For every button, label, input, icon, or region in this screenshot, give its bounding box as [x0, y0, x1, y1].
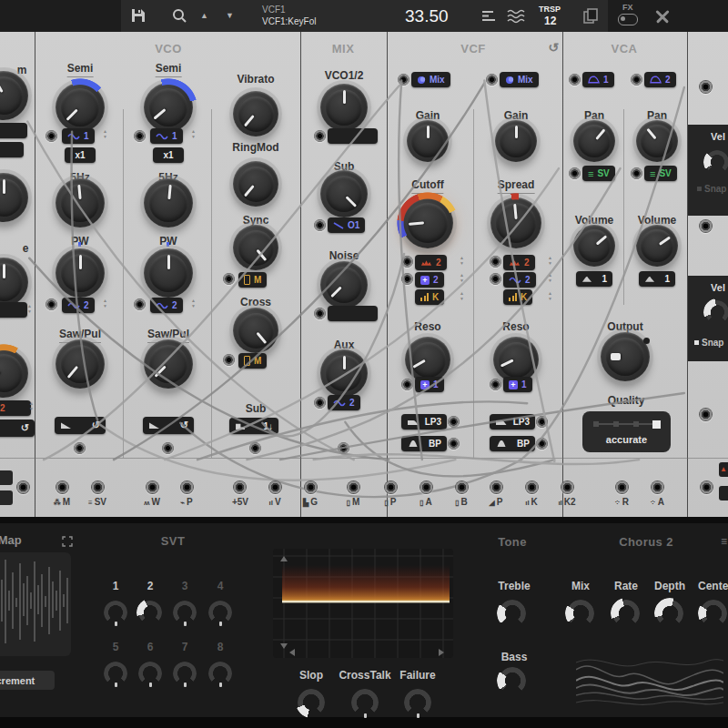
socket-label-W: ʍW [144, 497, 160, 507]
waves-icon[interactable] [506, 8, 528, 24]
fx-toggle[interactable] [618, 14, 638, 25]
chorus-mix-knob[interactable] [567, 600, 594, 627]
map-display[interactable] [0, 552, 71, 656]
panel-socket-jack[interactable] [146, 480, 159, 494]
panel-socket-jack[interactable] [347, 480, 360, 494]
failure-label: Failure [399, 669, 435, 682]
socket-label-R: ⁘R [614, 497, 629, 507]
preset-next-button[interactable]: ▼ [226, 11, 234, 20]
analog-graph [273, 549, 453, 658]
panel-socket-jack[interactable] [651, 480, 664, 494]
bass-label: Bass [501, 651, 528, 663]
chorus-depth-knob[interactable] [656, 600, 683, 627]
panel-socket-jack[interactable] [384, 480, 398, 494]
panel-socket-jack[interactable] [420, 480, 433, 494]
tone-title: Tone [498, 535, 527, 549]
panel-gap [0, 517, 728, 523]
svt-knob-label-7: 7 [182, 641, 188, 653]
panel-socket-jack[interactable] [561, 480, 574, 494]
save-icon[interactable] [130, 7, 147, 24]
top-bar-center [121, 0, 608, 32]
chorus-rate-knob[interactable] [612, 600, 640, 627]
socket-label-P: ◢P [490, 497, 503, 507]
socket-label-K: ılK [525, 497, 538, 507]
analog-display[interactable] [273, 549, 453, 658]
socket-icon: ▯ [384, 499, 388, 507]
svt-knob-7[interactable] [173, 662, 197, 685]
treble-label: Treble [498, 580, 530, 592]
levels-icon[interactable] [480, 9, 498, 23]
panel-socket-jack[interactable] [16, 480, 30, 494]
svt-knob-1[interactable] [104, 601, 127, 624]
panel-socket-jack[interactable] [304, 480, 318, 494]
chorus-waves-display [576, 652, 723, 713]
panel-socket-jack[interactable] [700, 480, 713, 494]
panel-socket-jack[interactable] [615, 480, 629, 494]
svt-knob-label-2: 2 [147, 580, 154, 592]
socket-label-V: ılV [268, 497, 280, 507]
socket-label-P: ▯P [384, 497, 396, 507]
synth-window: ▲ ▼ VCF1 VCF1:KeyFol 33.50 TRSP 12 FX VC… [0, 0, 728, 728]
socket-icon: ⁘ [650, 499, 656, 507]
chorus-menu-icon[interactable]: ≡ [721, 535, 727, 548]
treble-knob[interactable] [499, 600, 526, 627]
crosstalk-knob[interactable] [351, 689, 379, 716]
socket-icon: ▯ [455, 499, 459, 507]
socket-icon: ▯ [347, 499, 350, 507]
chorus-depth-label: Depth [654, 580, 685, 592]
svt-knob-8[interactable] [208, 662, 232, 685]
chorus-mix-label: Mix [571, 580, 590, 592]
panel-socket-jack[interactable] [180, 480, 194, 494]
preset-name-line2[interactable]: VCF1:KeyFol [262, 16, 316, 26]
socket-icon: ⁂ [54, 499, 61, 507]
fx-label[interactable]: FX [622, 3, 633, 12]
chorus-center-label: Center [698, 580, 728, 592]
crosstalk-label: CrossTalk [339, 669, 390, 682]
socket-icon: ⁘ [614, 499, 621, 507]
slop-knob[interactable] [298, 689, 325, 716]
preset-name-line1[interactable]: VCF1 [262, 5, 286, 15]
main-value-display[interactable]: 33.50 [405, 6, 449, 26]
bass-knob[interactable] [499, 667, 526, 694]
expand-icon[interactable] [62, 536, 73, 547]
socket-icon: ıl [268, 499, 272, 507]
socket-icon: ıl [558, 499, 561, 507]
chorus-center-knob[interactable] [700, 600, 727, 627]
svt-knob-3[interactable] [173, 601, 197, 624]
svt-knob-label-8: 8 [217, 641, 224, 653]
svt-knob-2[interactable] [138, 601, 162, 624]
svt-knob-label-5: 5 [113, 641, 119, 653]
panel-socket-jack[interactable] [525, 480, 539, 494]
svt-knob-5[interactable] [104, 662, 127, 685]
transpose-value[interactable]: 12 [544, 15, 556, 27]
svt-knob-label-4: 4 [217, 580, 224, 592]
panel-socket-jack[interactable] [268, 480, 282, 494]
panel-socket-jack[interactable] [233, 480, 247, 494]
pages-icon[interactable] [582, 8, 599, 25]
socket-icon: ▙ [303, 499, 308, 507]
preset-prev-button[interactable]: ▲ [200, 11, 208, 20]
bottom-strip [0, 717, 728, 728]
panel-socket-jack[interactable] [91, 480, 105, 494]
socket-label-M: ▯M [347, 497, 360, 507]
tools-icon[interactable] [653, 7, 672, 25]
svt-title: SVT [161, 534, 185, 548]
search-icon[interactable] [171, 7, 187, 24]
transpose-label[interactable]: TRSP [539, 5, 561, 14]
socket-label-G: ▙G [303, 497, 318, 507]
panel-socket-jack[interactable] [455, 480, 469, 494]
panel-socket-jack[interactable] [490, 480, 503, 494]
panel-socket-jack[interactable] [56, 480, 69, 494]
svt-knob-6[interactable] [138, 662, 162, 685]
svt-knob-4[interactable] [208, 601, 232, 624]
socket-icon: ʍ [144, 499, 149, 507]
slop-label: Slop [299, 669, 323, 682]
socket-icon: ◢ [490, 499, 495, 507]
chorus-rate-label: Rate [614, 580, 638, 592]
socket-icon: ⌁ [180, 499, 185, 507]
failure-knob[interactable] [404, 689, 431, 716]
socket-label-A: ⁘A [650, 497, 664, 507]
patch-cables[interactable] [0, 32, 728, 517]
svt-knob-label-3: 3 [182, 580, 188, 592]
increment-button[interactable]: Increment [0, 671, 55, 690]
